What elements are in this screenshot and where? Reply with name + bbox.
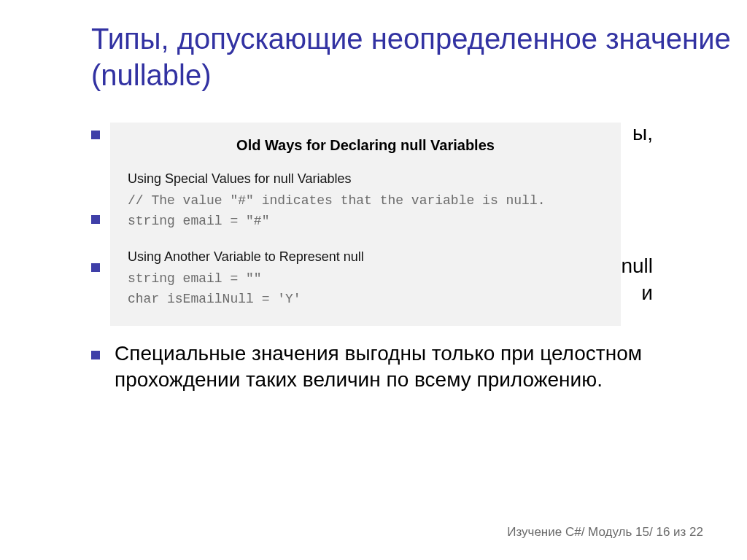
code-line: string email = "" (128, 269, 603, 289)
slide-title: Типы, допускающие неопределенное значени… (91, 20, 747, 93)
bullet-text-fragment: ы, (632, 122, 653, 144)
list-item: Специальные значения выгодны только при … (91, 341, 653, 394)
code-line: char isEmailNull = 'Y' (128, 289, 603, 310)
bullet-text: Специальные значения выгодны только при … (115, 341, 653, 394)
code-line: string email = "#" (128, 211, 603, 232)
bullet-icon (91, 215, 100, 224)
code-section-label: Using Another Variable to Represent null (128, 249, 603, 265)
code-example-box: Old Ways for Declaring null Variables Us… (110, 122, 621, 326)
bullet-icon (91, 263, 100, 272)
bullet-icon (91, 351, 100, 359)
slide: Типы, допускающие неопределенное значени… (0, 0, 747, 560)
code-section-label: Using Special Values for null Variables (128, 171, 603, 187)
slide-footer: Изучение C#/ Модуль 15/ 16 из 22 (507, 525, 703, 540)
bullet-icon (91, 131, 100, 139)
code-box-title: Old Ways for Declaring null Variables (128, 137, 603, 154)
code-line: // The value "#" indicates that the vari… (128, 191, 603, 211)
